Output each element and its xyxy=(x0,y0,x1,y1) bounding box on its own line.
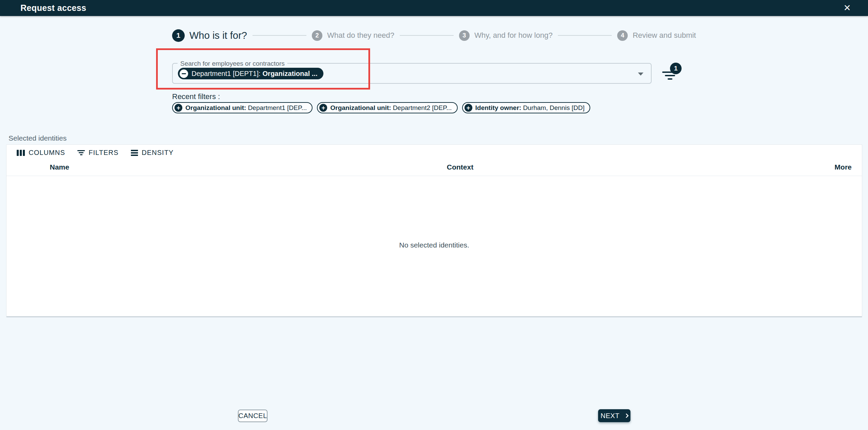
filter-count-badge: 1 xyxy=(670,63,682,74)
next-button-label: NEXT xyxy=(600,412,619,420)
step-connector xyxy=(558,35,612,36)
add-icon[interactable]: + xyxy=(465,104,472,112)
chevron-right-icon xyxy=(624,413,629,418)
chip-label: Identity owner: xyxy=(475,104,521,112)
close-icon[interactable]: ✕ xyxy=(839,0,856,16)
step-2-label: What do they need? xyxy=(327,31,394,40)
chevron-down-icon[interactable] xyxy=(638,73,643,76)
density-button[interactable]: DENSITY xyxy=(131,149,174,157)
step-3-label: Why, and for how long? xyxy=(474,31,553,40)
density-icon xyxy=(131,149,138,156)
column-header-name[interactable]: Name xyxy=(50,163,69,171)
table-header-divider xyxy=(6,176,862,176)
step-review-submit[interactable]: 4 Review and submit xyxy=(617,30,696,41)
selected-chip-text: Department1 [DEPT1]: xyxy=(192,70,260,78)
wizard-stepper: 1 Who is it for? 2 What do they need? 3 … xyxy=(0,28,868,43)
step-3-circle: 3 xyxy=(459,30,470,41)
recent-filters-list: + Organizational unit: Department1 [DEP.… xyxy=(172,102,590,113)
filters-button-label: FILTERS xyxy=(89,149,119,157)
empty-state-message: No selected identities. xyxy=(6,241,862,249)
add-icon[interactable]: + xyxy=(319,104,327,112)
selected-identities-title: Selected identities xyxy=(9,134,66,142)
chip-value: Durham, Dennis [DD] xyxy=(523,104,585,112)
recent-filter-chip[interactable]: + Identity owner: Durham, Dennis [DD] xyxy=(462,102,591,113)
selected-identities-table: COLUMNS FILTERS DENSITY Name Context Mor… xyxy=(6,144,862,317)
view-columns-icon xyxy=(17,150,25,156)
dialog-header: Request access ✕ xyxy=(0,0,868,16)
search-input[interactable]: Search for employees or contractors Depa… xyxy=(172,63,652,84)
next-button[interactable]: NEXT xyxy=(598,409,630,422)
filters-button[interactable]: 1 xyxy=(662,67,683,84)
selected-chip-text-bold: Organizational ... xyxy=(262,70,317,78)
search-input-label: Search for employees or contractors xyxy=(178,60,287,67)
step-connector xyxy=(253,35,306,36)
recent-filter-chip[interactable]: + Organizational unit: Department2 [DEP.… xyxy=(317,102,457,113)
chip-label: Organizational unit: xyxy=(185,104,246,112)
chip-value: Department1 [DEP... xyxy=(248,104,307,112)
recent-filter-chip[interactable]: + Organizational unit: Department1 [DEP.… xyxy=(172,102,313,113)
chip-label: Organizational unit: xyxy=(330,104,391,112)
column-header-more: More xyxy=(835,163,852,171)
cancel-button[interactable]: CANCEL xyxy=(238,410,268,422)
step-who-is-it-for[interactable]: 1 Who is it for? xyxy=(172,29,247,42)
columns-button-label: COLUMNS xyxy=(29,149,65,157)
density-button-label: DENSITY xyxy=(142,149,174,157)
step-4-label: Review and submit xyxy=(633,31,696,40)
step-1-label: Who is it for? xyxy=(189,30,247,41)
selected-filter-chip[interactable]: Department1 [DEPT1]: Organizational ... xyxy=(178,68,323,79)
remove-icon[interactable] xyxy=(180,69,188,78)
step-what-do-they-need[interactable]: 2 What do they need? xyxy=(312,30,394,41)
chip-value: Department2 [DEP... xyxy=(393,104,452,112)
add-icon[interactable]: + xyxy=(174,104,182,112)
step-why-how-long[interactable]: 3 Why, and for how long? xyxy=(459,30,553,41)
step-connector xyxy=(400,35,454,36)
columns-button[interactable]: COLUMNS xyxy=(17,149,65,157)
step-1-circle: 1 xyxy=(172,29,185,42)
filter-list-icon xyxy=(77,150,85,156)
recent-filters-title: Recent filters : xyxy=(172,92,220,101)
dialog-title: Request access xyxy=(20,3,86,13)
column-header-context[interactable]: Context xyxy=(447,163,473,171)
step-2-circle: 2 xyxy=(312,30,322,41)
table-toolbar: COLUMNS FILTERS DENSITY xyxy=(17,149,173,157)
step-4-circle: 4 xyxy=(617,30,628,41)
table-header-row: Name Context More xyxy=(6,163,862,176)
filters-toolbar-button[interactable]: FILTERS xyxy=(77,149,119,157)
